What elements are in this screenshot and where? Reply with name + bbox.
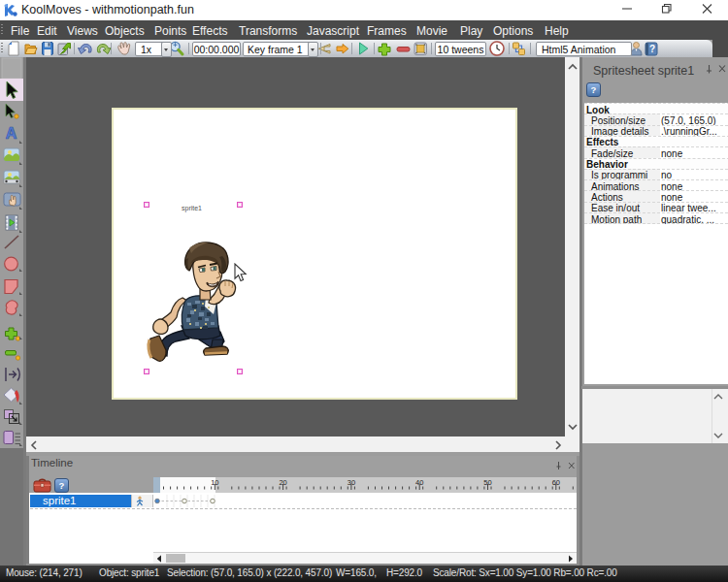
svg-text:10: 10 [211,478,218,487]
svg-text:20: 20 [279,478,286,487]
svg-text:?: ? [649,44,655,54]
svg-text:50: 50 [483,478,491,487]
svg-text:30: 30 [347,478,355,487]
svg-text:60: 60 [552,478,560,487]
svg-text:40: 40 [415,478,423,487]
svg-text:A: A [6,125,17,142]
